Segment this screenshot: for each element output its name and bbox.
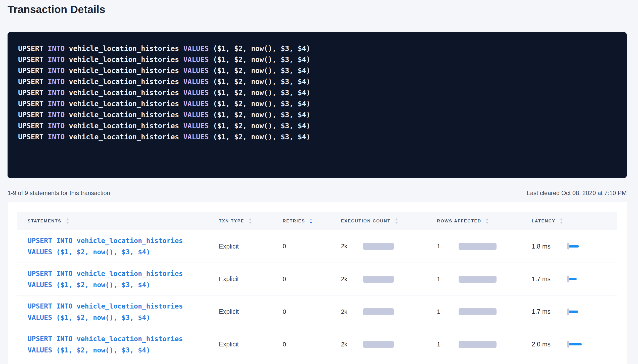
last-cleared-label: Last cleared Oct 08, 2020 at 7:10 PM — [527, 190, 627, 197]
retries-value: 0 — [283, 341, 286, 348]
sql-statement-line: UPSERT INTO vehicle_location_histories V… — [18, 132, 619, 143]
statement-link-line: UPSERT INTO vehicle_location_histories — [28, 268, 183, 279]
execution-count-bar — [363, 308, 394, 315]
retries-value: 0 — [283, 308, 286, 315]
sql-statement-line: UPSERT INTO vehicle_location_histories V… — [18, 43, 619, 54]
sort-asc-arrow[interactable] — [560, 218, 563, 220]
statement-link-line: VALUES ($1, $2, now(), $3, $4) — [28, 246, 183, 258]
sort-desc-arrow[interactable] — [486, 222, 489, 224]
column-header-retries[interactable]: RETRIES — [281, 212, 339, 230]
execution-count-bar — [363, 276, 394, 283]
column-label: LATENCY — [532, 219, 555, 224]
statement-link-line: UPSERT INTO vehicle_location_histories — [28, 300, 183, 312]
table-row: UPSERT INTO vehicle_location_historiesVA… — [17, 263, 617, 295]
rows-affected-value: 1 — [437, 243, 459, 250]
retries-value: 0 — [283, 276, 286, 283]
rows-affected-value: 1 — [437, 341, 459, 348]
page-title: Transaction Details — [8, 0, 627, 16]
rows-affected-bar — [459, 308, 497, 315]
table-header-row: STATEMENTSTXN TYPERETRIESEXECUTION COUNT… — [17, 212, 617, 230]
statement-link-line: VALUES ($1, $2, now(), $3, $4) — [28, 344, 183, 356]
page-container: Transaction Details UPSERT INTO vehicle_… — [8, 0, 627, 364]
sort-icon[interactable] — [249, 218, 252, 224]
sql-statements-panel: UPSERT INTO vehicle_location_histories V… — [8, 32, 627, 178]
sort-asc-arrow[interactable] — [66, 218, 69, 220]
table-row: UPSERT INTO vehicle_location_historiesVA… — [17, 295, 617, 328]
rows-affected-bar — [459, 341, 497, 348]
latency-value: 1.7 ms — [532, 275, 567, 283]
rows-affected-bar — [459, 243, 497, 250]
txn-type-value: Explicit — [219, 308, 239, 315]
sort-desc-arrow[interactable] — [395, 222, 398, 224]
table-row: UPSERT INTO vehicle_location_historiesVA… — [17, 230, 617, 263]
sort-desc-arrow[interactable] — [560, 222, 563, 224]
column-header-statements[interactable]: STATEMENTS — [17, 212, 217, 230]
column-label: EXECUTION COUNT — [341, 219, 390, 224]
execution-count-value: 2k — [341, 308, 363, 315]
sql-statement-line: UPSERT INTO vehicle_location_histories V… — [18, 76, 619, 87]
statement-link[interactable]: UPSERT INTO vehicle_location_historiesVA… — [28, 235, 183, 258]
latency-bar-chart — [567, 309, 578, 315]
txn-type-value: Explicit — [219, 243, 239, 250]
latency-marker-pill — [567, 341, 569, 348]
column-header-txn-type[interactable]: TXN TYPE — [217, 212, 281, 230]
txn-type-value: Explicit — [219, 275, 239, 283]
sort-icon[interactable] — [310, 218, 313, 224]
sort-icon[interactable] — [395, 218, 398, 224]
sort-asc-arrow[interactable] — [249, 218, 252, 220]
latency-bar-chart — [567, 276, 577, 282]
latency-marker-pill — [567, 243, 569, 250]
sort-icon[interactable] — [560, 218, 563, 224]
sql-statement-line: UPSERT INTO vehicle_location_histories V… — [18, 65, 619, 76]
column-header-execution-count[interactable]: EXECUTION COUNT — [339, 212, 435, 230]
statement-link[interactable]: UPSERT INTO vehicle_location_historiesVA… — [28, 300, 183, 323]
statement-link[interactable]: UPSERT INTO vehicle_location_historiesVA… — [28, 268, 183, 290]
sort-asc-arrow[interactable] — [486, 218, 489, 220]
statement-link[interactable]: UPSERT INTO vehicle_location_historiesVA… — [28, 333, 183, 356]
sort-asc-arrow[interactable] — [310, 218, 313, 220]
latency-value: 1.7 ms — [532, 308, 567, 315]
column-label: RETRIES — [283, 219, 305, 224]
sort-desc-arrow[interactable] — [310, 222, 313, 224]
sql-statement-line: UPSERT INTO vehicle_location_histories V… — [18, 54, 619, 65]
latency-value: 2.0 ms — [532, 341, 567, 348]
sort-desc-arrow[interactable] — [249, 222, 252, 224]
summary-row: 1-9 of 9 statements for this transaction… — [8, 190, 627, 197]
column-label: TXN TYPE — [219, 219, 244, 224]
statement-link-line: UPSERT INTO vehicle_location_histories — [28, 333, 183, 344]
retries-value: 0 — [283, 243, 286, 250]
execution-count-bar — [363, 341, 394, 348]
column-label: STATEMENTS — [28, 219, 62, 224]
latency-bar — [567, 343, 582, 345]
txn-type-value: Explicit — [219, 341, 239, 348]
sort-icon[interactable] — [66, 218, 69, 224]
sql-statement-line: UPSERT INTO vehicle_location_histories V… — [18, 87, 619, 98]
sql-statement-line: UPSERT INTO vehicle_location_histories V… — [18, 109, 619, 120]
column-label: ROWS AFFECTED — [437, 219, 481, 224]
sort-asc-arrow[interactable] — [395, 218, 398, 220]
sql-statement-line: UPSERT INTO vehicle_location_histories V… — [18, 120, 619, 132]
latency-marker-pill — [567, 276, 569, 282]
execution-count-value: 2k — [341, 243, 363, 250]
execution-count-bar — [363, 243, 394, 250]
statements-count-label: 1-9 of 9 statements for this transaction — [8, 190, 110, 197]
statement-link-line: UPSERT INTO vehicle_location_histories — [28, 235, 183, 246]
statement-link-line: VALUES ($1, $2, now(), $3, $4) — [28, 312, 183, 323]
latency-value: 1.8 ms — [532, 243, 567, 250]
statement-link-line: VALUES ($1, $2, now(), $3, $4) — [28, 279, 183, 290]
sql-statement-line: UPSERT INTO vehicle_location_histories V… — [18, 98, 619, 109]
rows-affected-bar — [459, 276, 497, 283]
sort-icon[interactable] — [486, 218, 489, 224]
rows-affected-value: 1 — [437, 276, 459, 283]
statements-table-card: STATEMENTSTXN TYPERETRIESEXECUTION COUNT… — [8, 202, 627, 364]
table-row: UPSERT INTO vehicle_location_historiesVA… — [17, 328, 617, 360]
rows-affected-value: 1 — [437, 308, 459, 315]
execution-count-value: 2k — [341, 341, 363, 348]
column-header-latency[interactable]: LATENCY — [530, 212, 616, 230]
latency-bar-chart — [567, 243, 579, 250]
latency-bar-chart — [567, 341, 582, 348]
sort-desc-arrow[interactable] — [66, 222, 69, 224]
execution-count-value: 2k — [341, 276, 363, 283]
latency-marker-pill — [567, 309, 569, 315]
column-header-rows-affected[interactable]: ROWS AFFECTED — [435, 212, 530, 230]
